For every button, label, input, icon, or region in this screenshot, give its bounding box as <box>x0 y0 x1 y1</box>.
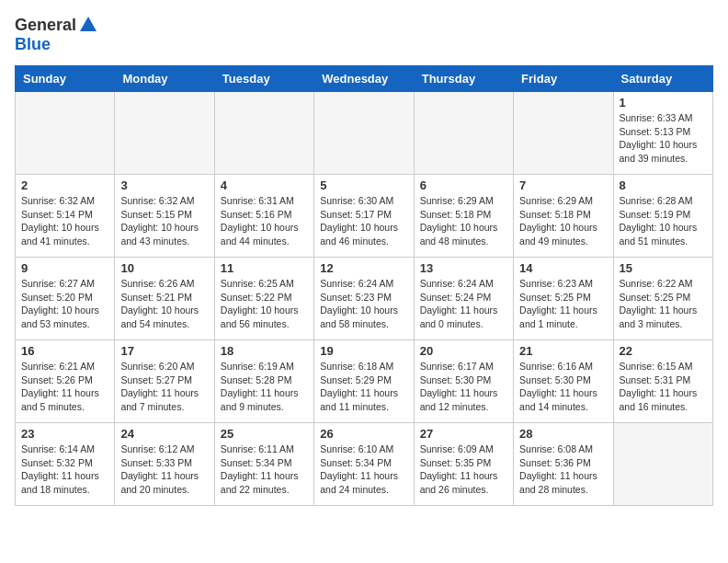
col-header-saturday: Saturday <box>613 66 712 92</box>
day-info: Sunrise: 6:09 AMSunset: 5:35 PMDaylight:… <box>420 442 507 497</box>
day-cell <box>214 92 313 175</box>
day-info: Sunrise: 6:12 AMSunset: 5:33 PMDaylight:… <box>120 442 208 497</box>
day-cell: 10Sunrise: 6:26 AMSunset: 5:21 PMDayligh… <box>115 258 214 340</box>
day-cell: 18Sunrise: 6:19 AMSunset: 5:28 PMDayligh… <box>214 340 313 423</box>
day-cell: 6Sunrise: 6:29 AMSunset: 5:18 PMDaylight… <box>414 175 513 258</box>
day-number: 4 <box>221 178 308 192</box>
day-cell: 28Sunrise: 6:08 AMSunset: 5:36 PMDayligh… <box>514 423 613 506</box>
logo: General Blue <box>15 15 98 54</box>
col-header-thursday: Thursday <box>414 66 513 92</box>
day-number: 28 <box>519 427 607 441</box>
day-info: Sunrise: 6:20 AMSunset: 5:27 PMDaylight:… <box>120 360 208 414</box>
day-info: Sunrise: 6:32 AMSunset: 5:15 PMDaylight:… <box>120 194 208 248</box>
day-info: Sunrise: 6:15 AMSunset: 5:31 PMDaylight:… <box>620 360 707 414</box>
col-header-sunday: Sunday <box>16 66 115 92</box>
day-number: 16 <box>21 344 108 358</box>
day-number: 25 <box>221 427 308 441</box>
day-cell: 26Sunrise: 6:10 AMSunset: 5:34 PMDayligh… <box>314 423 414 506</box>
day-info: Sunrise: 6:25 AMSunset: 5:22 PMDaylight:… <box>221 277 308 331</box>
day-number: 12 <box>320 261 407 275</box>
day-info: Sunrise: 6:32 AMSunset: 5:14 PMDaylight:… <box>21 194 108 248</box>
week-row-4: 23Sunrise: 6:14 AMSunset: 5:32 PMDayligh… <box>16 423 713 506</box>
day-cell: 5Sunrise: 6:30 AMSunset: 5:17 PMDaylight… <box>314 175 414 258</box>
page-header: General Blue <box>15 15 713 54</box>
day-info: Sunrise: 6:29 AMSunset: 5:18 PMDaylight:… <box>519 194 607 248</box>
day-number: 26 <box>320 427 407 441</box>
day-number: 27 <box>420 427 507 441</box>
day-cell: 2Sunrise: 6:32 AMSunset: 5:14 PMDaylight… <box>16 175 115 258</box>
day-info: Sunrise: 6:26 AMSunset: 5:21 PMDaylight:… <box>120 277 208 331</box>
day-number: 8 <box>620 178 707 192</box>
calendar-table: SundayMondayTuesdayWednesdayThursdayFrid… <box>15 65 713 506</box>
col-header-friday: Friday <box>514 66 613 92</box>
day-info: Sunrise: 6:16 AMSunset: 5:30 PMDaylight:… <box>519 360 607 414</box>
day-cell: 8Sunrise: 6:28 AMSunset: 5:19 PMDaylight… <box>613 175 712 258</box>
col-header-wednesday: Wednesday <box>314 66 414 92</box>
day-number: 24 <box>120 427 208 441</box>
day-cell: 15Sunrise: 6:22 AMSunset: 5:25 PMDayligh… <box>613 258 712 340</box>
day-info: Sunrise: 6:17 AMSunset: 5:30 PMDaylight:… <box>420 360 507 414</box>
day-number: 5 <box>320 178 407 192</box>
day-number: 14 <box>519 261 607 275</box>
day-number: 1 <box>620 96 707 109</box>
week-row-2: 9Sunrise: 6:27 AMSunset: 5:20 PMDaylight… <box>16 258 713 340</box>
day-cell: 3Sunrise: 6:32 AMSunset: 5:15 PMDaylight… <box>115 175 214 258</box>
day-number: 15 <box>620 261 707 275</box>
calendar-header-row: SundayMondayTuesdayWednesdayThursdayFrid… <box>16 66 713 92</box>
day-cell <box>16 92 115 175</box>
day-cell: 27Sunrise: 6:09 AMSunset: 5:35 PMDayligh… <box>414 423 513 506</box>
day-cell <box>514 92 613 175</box>
day-info: Sunrise: 6:18 AMSunset: 5:29 PMDaylight:… <box>320 360 407 414</box>
col-header-monday: Monday <box>115 66 214 92</box>
day-number: 9 <box>21 261 108 275</box>
day-cell: 9Sunrise: 6:27 AMSunset: 5:20 PMDaylight… <box>16 258 115 340</box>
day-cell: 16Sunrise: 6:21 AMSunset: 5:26 PMDayligh… <box>16 340 115 423</box>
day-number: 18 <box>221 344 308 358</box>
day-info: Sunrise: 6:21 AMSunset: 5:26 PMDaylight:… <box>21 360 108 414</box>
day-cell: 13Sunrise: 6:24 AMSunset: 5:24 PMDayligh… <box>414 258 513 340</box>
day-number: 3 <box>120 178 208 192</box>
day-cell: 14Sunrise: 6:23 AMSunset: 5:25 PMDayligh… <box>514 258 613 340</box>
day-number: 2 <box>21 178 108 192</box>
day-number: 7 <box>519 178 607 192</box>
day-info: Sunrise: 6:27 AMSunset: 5:20 PMDaylight:… <box>21 277 108 331</box>
day-number: 11 <box>221 261 308 275</box>
day-number: 21 <box>519 344 607 358</box>
svg-marker-0 <box>80 17 97 31</box>
day-number: 19 <box>320 344 407 358</box>
day-cell <box>414 92 513 175</box>
day-cell: 4Sunrise: 6:31 AMSunset: 5:16 PMDaylight… <box>214 175 313 258</box>
day-info: Sunrise: 6:28 AMSunset: 5:19 PMDaylight:… <box>620 194 707 248</box>
day-cell: 12Sunrise: 6:24 AMSunset: 5:23 PMDayligh… <box>314 258 414 340</box>
day-info: Sunrise: 6:33 AMSunset: 5:13 PMDaylight:… <box>620 111 707 166</box>
day-info: Sunrise: 6:24 AMSunset: 5:23 PMDaylight:… <box>320 277 407 331</box>
day-number: 20 <box>420 344 507 358</box>
day-info: Sunrise: 6:29 AMSunset: 5:18 PMDaylight:… <box>420 194 507 248</box>
day-cell <box>314 92 414 175</box>
day-number: 23 <box>21 427 108 441</box>
logo-blue-text: Blue <box>15 35 51 53</box>
week-row-1: 2Sunrise: 6:32 AMSunset: 5:14 PMDaylight… <box>16 175 713 258</box>
day-info: Sunrise: 6:10 AMSunset: 5:34 PMDaylight:… <box>320 442 407 497</box>
week-row-0: 1Sunrise: 6:33 AMSunset: 5:13 PMDaylight… <box>16 92 713 175</box>
day-cell: 20Sunrise: 6:17 AMSunset: 5:30 PMDayligh… <box>414 340 513 423</box>
day-cell: 21Sunrise: 6:16 AMSunset: 5:30 PMDayligh… <box>514 340 613 423</box>
day-info: Sunrise: 6:11 AMSunset: 5:34 PMDaylight:… <box>221 442 308 497</box>
day-number: 10 <box>120 261 208 275</box>
day-info: Sunrise: 6:30 AMSunset: 5:17 PMDaylight:… <box>320 194 407 248</box>
logo-icon <box>78 15 98 35</box>
day-cell: 17Sunrise: 6:20 AMSunset: 5:27 PMDayligh… <box>115 340 214 423</box>
day-info: Sunrise: 6:24 AMSunset: 5:24 PMDaylight:… <box>420 277 507 331</box>
day-cell: 11Sunrise: 6:25 AMSunset: 5:22 PMDayligh… <box>214 258 313 340</box>
day-cell: 22Sunrise: 6:15 AMSunset: 5:31 PMDayligh… <box>613 340 712 423</box>
day-info: Sunrise: 6:22 AMSunset: 5:25 PMDaylight:… <box>620 277 707 331</box>
day-cell: 23Sunrise: 6:14 AMSunset: 5:32 PMDayligh… <box>16 423 115 506</box>
day-number: 22 <box>620 344 707 358</box>
day-cell <box>613 423 712 506</box>
day-cell: 19Sunrise: 6:18 AMSunset: 5:29 PMDayligh… <box>314 340 414 423</box>
day-info: Sunrise: 6:31 AMSunset: 5:16 PMDaylight:… <box>221 194 308 248</box>
col-header-tuesday: Tuesday <box>214 66 313 92</box>
day-cell: 1Sunrise: 6:33 AMSunset: 5:13 PMDaylight… <box>613 92 712 175</box>
day-number: 6 <box>420 178 507 192</box>
day-info: Sunrise: 6:23 AMSunset: 5:25 PMDaylight:… <box>519 277 607 331</box>
